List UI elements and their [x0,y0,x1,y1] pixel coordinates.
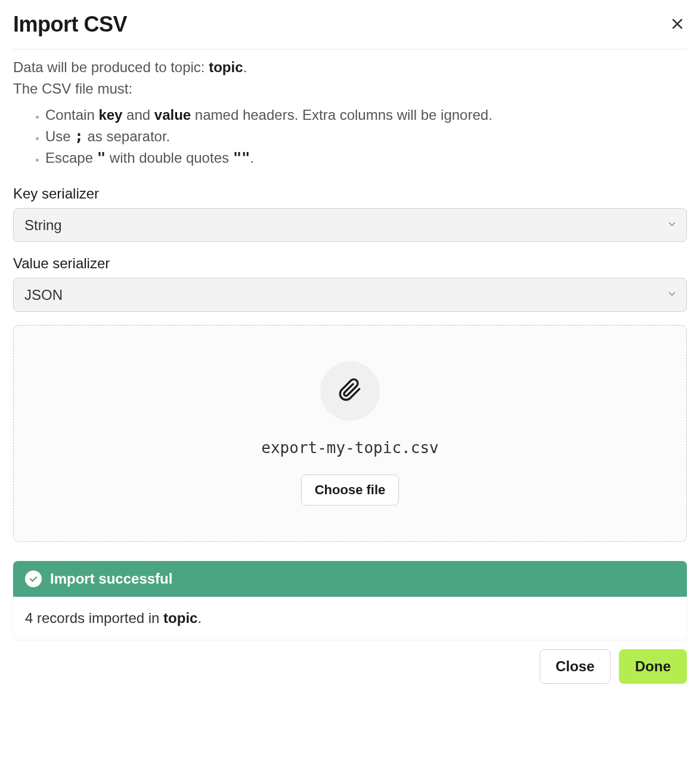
done-button[interactable]: Done [619,649,687,684]
value-serializer-select[interactable]: JSON [13,278,687,312]
key-serializer-label: Key serializer [13,185,687,202]
value-serializer-select-wrapper: JSON [13,278,687,312]
selected-file-name: export-my-topic.csv [261,439,438,457]
modal-header: Import CSV [13,12,687,49]
key-serializer-select[interactable]: String [13,208,687,242]
close-button[interactable] [668,14,687,35]
modal-title: Import CSV [13,12,127,37]
file-dropzone[interactable]: export-my-topic.csv Choose file [13,325,687,542]
file-icon-circle [320,361,380,421]
close-footer-button[interactable]: Close [540,649,611,684]
intro-requirements-line: The CSV file must: [13,80,687,97]
modal-footer: Close Done [13,649,687,684]
choose-file-button[interactable]: Choose file [301,475,399,506]
close-icon [670,24,684,33]
requirement-item: Escape " with double quotes "". [45,147,687,169]
value-serializer-group: Value serializer JSON [13,255,687,312]
requirements-list: Contain key and value named headers. Ext… [13,104,687,169]
key-serializer-select-wrapper: String [13,208,687,242]
alert-success: Import successful 4 records imported in … [13,561,687,640]
alert-title: Import successful [50,571,172,587]
intro-topic-line: Data will be produced to topic: topic. [13,59,687,76]
attachment-icon [338,378,362,404]
alert-body: 4 records imported in topic. [13,597,687,640]
value-serializer-label: Value serializer [13,255,687,272]
check-circle-icon [25,571,42,587]
alert-header: Import successful [13,561,687,597]
key-serializer-group: Key serializer String [13,185,687,242]
requirement-item: Contain key and value named headers. Ext… [45,104,687,126]
requirement-item: Use ; as separator. [45,126,687,147]
